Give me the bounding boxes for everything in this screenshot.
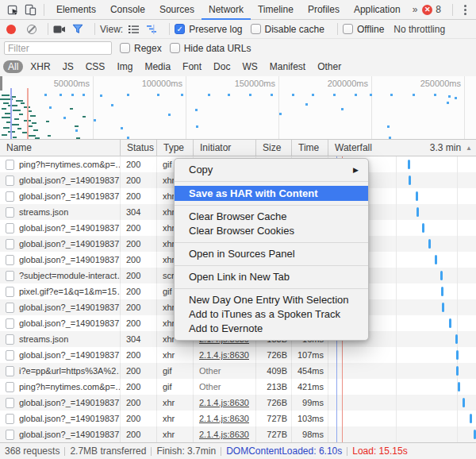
device-toolbar-icon[interactable] <box>21 0 38 19</box>
column-header-type[interactable]: Type <box>156 140 193 156</box>
status-divider <box>151 447 152 456</box>
status-divider <box>221 447 221 456</box>
tab-sources[interactable]: Sources <box>152 0 202 20</box>
menu-item-add-to-evernote[interactable]: Add to Evernote <box>175 322 368 336</box>
file-icon <box>6 207 14 218</box>
menu-item-clear-browser-cache[interactable]: Clear Browser Cache <box>175 210 368 224</box>
overview-request-dot <box>249 94 251 96</box>
regex-checkbox-box[interactable] <box>120 43 130 53</box>
overview-gridline <box>93 76 94 139</box>
request-name: global.json?_=149019837… <box>19 430 120 439</box>
tab-profiles[interactable]: Profiles <box>301 0 347 20</box>
initiator-link[interactable]: 2.1.4.js:8630 <box>199 414 249 423</box>
record-button[interactable] <box>6 25 16 34</box>
status-divider <box>64 447 65 456</box>
size-cell: 213B <box>255 382 291 392</box>
offline-label: Offline <box>357 24 384 35</box>
tab-strip: ElementsConsoleSourcesNetworkTimelinePro… <box>49 0 422 20</box>
type-cell: xhr <box>156 398 193 407</box>
type-filter-css[interactable]: CSS <box>81 60 110 73</box>
menu-item-add-to-itunes-as-a-spoken-track[interactable]: Add to iTunes as a Spoken Track <box>175 307 368 322</box>
menu-item-save-as-har-with-content[interactable]: Save as HAR with Content <box>175 186 368 201</box>
hide-data-urls-checkbox-box[interactable] <box>170 43 180 53</box>
size-cell: 726B <box>255 350 291 360</box>
type-filter-font[interactable]: Font <box>178 60 206 73</box>
overview-request-bar <box>30 115 36 117</box>
kebab-menu-icon[interactable] <box>458 5 473 15</box>
disable-cache-checkbox[interactable]: Disable cache <box>251 24 324 35</box>
regex-checkbox[interactable]: Regex <box>120 43 162 54</box>
waterfall-view-icon[interactable] <box>146 24 158 34</box>
initiator-cell: 2.1.4.js:8630 <box>193 430 255 439</box>
request-name-cell: pixel.gif?e=1&q=1&m=15… <box>0 287 120 297</box>
overview-request-bar <box>13 110 21 111</box>
clear-button[interactable] <box>27 25 36 34</box>
type-filter-media[interactable]: Media <box>140 60 175 73</box>
table-row[interactable]: global.json?_=149019837…200xhr2.1.4.js:8… <box>0 395 476 411</box>
request-name: global.json?_=149019837… <box>19 398 120 407</box>
inspect-element-icon[interactable] <box>5 0 21 19</box>
menu-item-new-day-one-entry-with-selection[interactable]: New Day One Entry With Selection <box>175 293 368 307</box>
column-header-name[interactable]: Name <box>0 140 120 156</box>
menu-item-open-in-sources-panel[interactable]: Open in Sources Panel <box>175 247 368 261</box>
request-name: pixel.gif?e=1&q=1&m=15… <box>19 287 120 296</box>
table-row[interactable]: global.json?_=149019837…200xhr2.1.4.js:8… <box>0 411 476 426</box>
table-row[interactable]: global.json?_=149019837…200xhr2.1.4.js:8… <box>0 347 476 363</box>
column-header-size[interactable]: Size <box>255 140 291 156</box>
overview-request-bar <box>76 137 80 139</box>
waterfall-bar <box>442 303 444 312</box>
throttling-select[interactable]: No throttling <box>393 24 445 35</box>
initiator-link[interactable]: 2.1.4.js:8630 <box>199 398 249 407</box>
size-cell: 727B <box>255 430 291 439</box>
time-cell: 421ms <box>291 382 328 392</box>
type-filter-other[interactable]: Other <box>313 60 346 73</box>
offline-checkbox-box[interactable] <box>343 24 353 34</box>
table-row[interactable]: i?e=pp&url=https%3A%2…200gifOther409B454… <box>0 363 476 379</box>
tab-application[interactable]: Application <box>347 0 408 20</box>
overview-request-bar <box>35 137 40 139</box>
overview-request-dot <box>157 94 159 96</box>
menu-item-clear-browser-cookies[interactable]: Clear Browser Cookies <box>175 224 368 238</box>
tab-timeline[interactable]: Timeline <box>251 0 301 20</box>
tab-console[interactable]: Console <box>103 0 152 20</box>
column-header-time[interactable]: Time <box>291 140 328 156</box>
list-view-icon[interactable] <box>128 24 140 34</box>
tab-network[interactable]: Network <box>202 0 251 20</box>
error-badge-icon[interactable]: ✕ <box>422 5 432 15</box>
menu-item-open-link-in-new-tab[interactable]: Open Link in New Tab <box>175 270 368 284</box>
disable-cache-checkbox-box[interactable] <box>251 24 261 34</box>
menu-item-copy[interactable]: Copy▶ <box>175 163 368 177</box>
request-name: global.json?_=149019837… <box>19 223 120 233</box>
preserve-log-checkbox-box[interactable]: ✓ <box>175 24 185 34</box>
divider <box>44 4 44 16</box>
screenshot-camera-icon[interactable] <box>53 25 66 34</box>
table-row[interactable]: ping?h=nytimes.com&p=…200gifOther213B421… <box>0 379 476 395</box>
column-header-initiator[interactable]: Initiator <box>193 140 255 156</box>
tab-overflow-chevron[interactable]: » <box>408 0 423 20</box>
hide-data-urls-checkbox[interactable]: Hide data URLs <box>170 43 251 54</box>
network-overview[interactable]: 50000ms100000ms150000ms200000ms250000ms <box>0 76 476 140</box>
initiator-link[interactable]: 2.1.4.js:8630 <box>199 350 249 360</box>
preserve-log-checkbox[interactable]: ✓Preserve log <box>175 24 242 35</box>
initiator-link[interactable]: 2.1.4.js:8630 <box>199 430 249 439</box>
type-filter-img[interactable]: Img <box>112 60 137 73</box>
file-icon <box>6 223 14 233</box>
table-row[interactable]: global.json?_=149019837…200xhr2.1.4.js:8… <box>0 426 476 442</box>
tab-elements[interactable]: Elements <box>49 0 103 20</box>
overview-request-bar <box>2 94 10 96</box>
type-filter-doc[interactable]: Doc <box>209 60 235 73</box>
column-header-status[interactable]: Status <box>120 140 156 156</box>
filter-funnel-icon[interactable] <box>72 24 83 34</box>
type-filter-xhr[interactable]: XHR <box>25 60 55 73</box>
filter-input[interactable] <box>4 41 112 55</box>
overview-handle[interactable] <box>0 76 2 91</box>
column-header-waterfall[interactable]: Waterfall 3.3 min ▲ <box>328 140 476 156</box>
request-name: global.json?_=149019837… <box>19 414 120 423</box>
menu-item-label: Clear Browser Cache <box>189 210 359 224</box>
type-filter-js[interactable]: JS <box>58 60 79 73</box>
offline-checkbox[interactable]: Offline <box>343 24 384 35</box>
request-name: ping?h=nytimes.com&p=… <box>19 160 120 169</box>
type-filter-ws[interactable]: WS <box>237 60 262 73</box>
type-filter-manifest[interactable]: Manifest <box>265 60 310 73</box>
type-filter-all[interactable]: All <box>3 60 23 73</box>
